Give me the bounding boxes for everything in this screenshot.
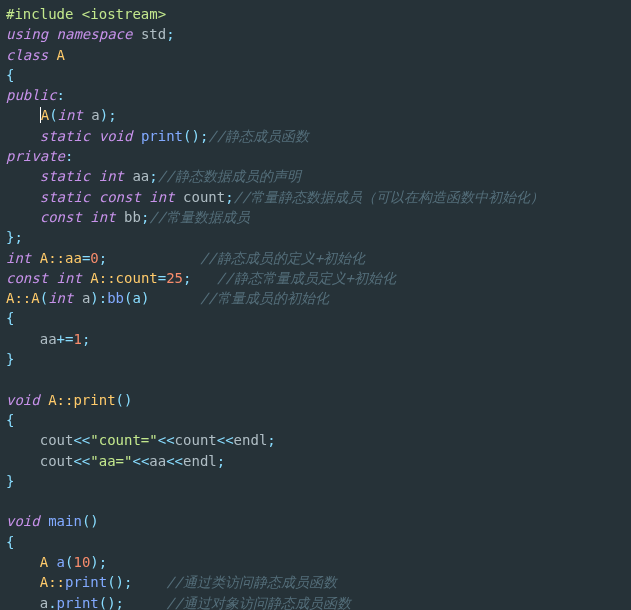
paren-close: ) <box>100 107 108 123</box>
type-void: void <box>6 513 40 529</box>
keyword-class: class <box>6 47 48 63</box>
type-int: int <box>6 250 31 266</box>
keyword-const: const <box>6 270 48 286</box>
string-aa: "aa=" <box>90 453 132 469</box>
type-int: int <box>48 290 73 306</box>
stream-op: << <box>217 432 234 448</box>
scope-A-print: A::print <box>40 392 116 408</box>
keyword-const: const <box>90 189 141 205</box>
number-0: 0 <box>90 250 98 266</box>
comment: //静态常量成员定义+初始化 <box>217 270 396 286</box>
scope-A: A:: <box>40 574 65 590</box>
func-main: main <box>40 513 82 529</box>
var-a: a <box>40 595 48 610</box>
keyword-namespace: namespace <box>48 26 132 42</box>
comment: //常量成员的初始化 <box>200 290 329 306</box>
parens: () <box>183 128 200 144</box>
access-private: private <box>6 148 65 164</box>
param-a: a <box>73 290 90 306</box>
cout: cout <box>40 453 74 469</box>
endl: endl <box>234 432 268 448</box>
type-void: void <box>90 128 132 144</box>
comment: //通过类访问静态成员函数 <box>166 574 337 590</box>
cout: cout <box>40 432 74 448</box>
scope-A-A: A::A <box>6 290 40 306</box>
colon: : <box>57 87 65 103</box>
preprocessor: #include <box>6 6 73 22</box>
plus-equals: += <box>57 331 74 347</box>
semicolon: ; <box>149 168 157 184</box>
type-int: int <box>82 209 116 225</box>
dot: . <box>48 595 56 610</box>
var-bb: bb <box>116 209 141 225</box>
var-count: count <box>175 189 226 205</box>
type-int: int <box>48 270 82 286</box>
semicolon: ; <box>108 107 116 123</box>
var-aa: aa <box>124 168 149 184</box>
stream-op: << <box>73 453 90 469</box>
class-A: A <box>48 47 65 63</box>
keyword-const: const <box>40 209 82 225</box>
type-void: void <box>6 392 40 408</box>
var-aa: aa <box>40 331 57 347</box>
param-a: a <box>83 107 100 123</box>
keyword-static: static <box>40 128 91 144</box>
semicolon: ; <box>124 574 132 590</box>
func-print: print <box>65 574 107 590</box>
semicolon: ; <box>82 331 90 347</box>
type-int: int <box>58 107 83 123</box>
brace-open: { <box>6 310 14 326</box>
brace-open: { <box>6 412 14 428</box>
semicolon: ; <box>166 26 174 42</box>
type-int: int <box>90 168 124 184</box>
number-1: 1 <box>73 331 81 347</box>
scope-A-count: A::count <box>82 270 158 286</box>
comment: //静态成员的定义+初始化 <box>200 250 365 266</box>
semicolon: ; <box>183 270 191 286</box>
paren-colon: ): <box>90 290 107 306</box>
parens: () <box>107 574 124 590</box>
paren-a: (a) <box>124 290 149 306</box>
equals: = <box>158 270 166 286</box>
keyword-using: using <box>6 26 48 42</box>
number-10: 10 <box>73 554 90 570</box>
semicolon: ; <box>116 595 124 610</box>
stream-op: << <box>132 453 149 469</box>
colon: : <box>65 148 73 164</box>
paren-open: ( <box>40 290 48 306</box>
access-public: public <box>6 87 57 103</box>
comment: //静态数据成员的声明 <box>158 168 301 184</box>
semicolon: ; <box>99 250 107 266</box>
brace-close: } <box>6 473 14 489</box>
header-name: <iostream> <box>73 6 166 22</box>
comment: //常量静态数据成员（可以在构造函数中初始化） <box>234 189 545 205</box>
number-25: 25 <box>166 270 183 286</box>
comment: //静态成员函数 <box>208 128 309 144</box>
func-print: print <box>57 595 99 610</box>
parens: () <box>82 513 99 529</box>
code-editor[interactable]: #include <iostream> using namespace std;… <box>0 0 631 610</box>
constructor-A: A <box>41 107 49 123</box>
type-int: int <box>141 189 175 205</box>
brace-open: { <box>6 534 14 550</box>
stream-op: << <box>158 432 175 448</box>
parens: () <box>99 595 116 610</box>
func-print: print <box>132 128 183 144</box>
init-bb: bb <box>107 290 124 306</box>
var-aa: aa <box>149 453 166 469</box>
brace-close: } <box>6 351 14 367</box>
brace-close: }; <box>6 229 23 245</box>
scope-A-aa: A::aa <box>31 250 82 266</box>
semicolon: ; <box>99 554 107 570</box>
string-count: "count=" <box>90 432 157 448</box>
semicolon: ; <box>217 453 225 469</box>
var-count: count <box>175 432 217 448</box>
paren-close: ) <box>90 554 98 570</box>
semicolon: ; <box>267 432 275 448</box>
class-A: A <box>40 554 57 570</box>
stream-op: << <box>73 432 90 448</box>
parens: () <box>116 392 133 408</box>
stream-op: << <box>166 453 183 469</box>
comment: //通过对象访问静态成员函数 <box>166 595 351 610</box>
keyword-static: static <box>40 189 91 205</box>
